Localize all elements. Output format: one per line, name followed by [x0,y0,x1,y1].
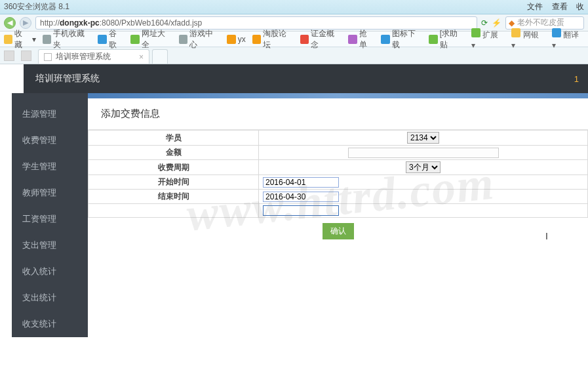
menu-view[interactable]: 查看 [552,2,568,11]
url-input[interactable]: http://dongxk-pc:8080/PxbWeb1604/xfadd.j… [35,16,477,30]
bank-icon [511,28,520,37]
restore-tab-icon[interactable] [21,51,31,61]
label-cycle: 收费周期 [88,160,259,175]
extensions-button[interactable]: 扩展 ▾ [471,28,503,50]
student-select[interactable]: 2134 [407,132,439,144]
submit-row: 确认 [88,218,588,245]
browser-menu: 文件 查看 收 [520,1,584,12]
app-viewport: 培训班管理系统 1 生源管理 收费管理 学生管理 教师管理 工资管理 支出管理 … [0,64,588,368]
url-path: :8080/PxbWeb1604/xfadd.jsp [100,18,203,28]
sidebar: 生源管理 收费管理 学生管理 教师管理 工资管理 支出管理 收入统计 支出统计 … [12,93,88,337]
sidebar-item-expense-stat[interactable]: 支出统计 [12,285,88,311]
forward-button[interactable]: ▶ [20,17,31,29]
notification-badge[interactable]: 1 [574,74,579,84]
bookmark-item[interactable]: 证金概念 [300,28,342,51]
app-header: 培训班管理系统 1 [24,64,588,93]
sidebar-item-income-stat[interactable]: 收入统计 [12,258,88,285]
sidebar-item-fee[interactable]: 收费管理 [12,127,88,153]
cycle-select[interactable]: 3个月 [406,161,441,173]
extra-input[interactable] [263,205,339,216]
refresh-icon[interactable]: ⟳ [481,18,488,28]
main-panel: 添加交费信息 www.httrd.com 学员 2134 金额 [88,93,588,337]
sidebar-item-student[interactable]: 学生管理 [12,153,88,180]
banner-stripe [88,93,588,98]
link-icon [227,35,236,44]
grab-icon [348,35,357,44]
back-button[interactable]: ◀ [4,17,16,29]
page-title: 添加交费信息 [88,98,588,130]
app-title: 培训班管理系统 [35,73,100,85]
extension-icon [471,28,480,37]
game-icon [179,35,188,44]
sidebar-item-salary[interactable]: 工资管理 [12,206,88,232]
translate-icon [552,28,561,37]
url-host: dongxk-pc [60,18,100,28]
help-icon [429,35,438,44]
finance-icon [300,35,309,44]
lightning-icon[interactable]: ⚡ [492,18,501,28]
browser-title-bar: 360安全浏览器 8.1 文件 查看 收 [0,0,588,14]
sidebar-item-source[interactable]: 生源管理 [12,101,88,127]
sidebar-item-balance-stat[interactable]: 收支统计 [12,311,88,337]
label-start-time: 开始时间 [88,175,259,190]
url-protocol: http:// [40,18,60,28]
home-tab-icon[interactable] [4,51,14,61]
tab-title: 培训班管理系统 [56,51,111,62]
amount-input[interactable] [348,148,499,158]
end-date-input[interactable] [263,192,339,202]
browser-tab[interactable]: 培训班管理系统 × [38,49,149,64]
start-date-input[interactable] [263,177,339,188]
star-icon [4,35,12,44]
address-bar-right: ⟳ ⚡ [481,18,501,28]
bookmark-item[interactable]: 游戏中心 [179,28,220,51]
download-icon [381,35,390,44]
favorites-button[interactable]: 收藏 ▾ [4,28,36,51]
label-amount: 金额 [88,146,259,160]
bookmark-item[interactable]: 抢单 [348,28,374,51]
bookmark-item[interactable]: 网址大全 [130,28,172,51]
translate-button[interactable]: 翻译 ▾ [552,28,584,50]
bookmark-bar: 收藏 ▾ 手机收藏夹 谷歌 网址大全 游戏中心 yx 淘股论坛 证金概念 抢单 … [0,31,588,47]
google-icon [98,35,107,44]
search-placeholder: 老外不吃皮蛋 [517,17,564,28]
bookmark-item[interactable]: [求助贴 [429,28,465,51]
bookmark-item[interactable]: yx [227,35,246,44]
bookmark-item[interactable]: 谷歌 [98,28,124,51]
sidebar-item-expense[interactable]: 支出管理 [12,232,88,258]
bookmark-item[interactable]: 手机收藏夹 [43,28,92,51]
sidebar-item-teacher[interactable]: 教师管理 [12,180,88,206]
close-tab-icon[interactable]: × [139,52,144,62]
label-extra [88,204,259,218]
payment-form-table: 学员 2134 金额 收费周期 [88,130,588,218]
browser-title: 360安全浏览器 8.1 [4,1,69,12]
browser-search-input[interactable]: ◆ 老外不吃皮蛋 [505,16,584,30]
bank-button[interactable]: 网银 ▾ [511,28,543,50]
search-engine-icon: ◆ [509,18,515,28]
phone-icon [43,35,52,44]
page-icon [44,53,52,61]
confirm-button[interactable]: 确认 [323,223,354,239]
label-end-time: 结束时间 [88,190,259,204]
menu-file[interactable]: 文件 [527,2,543,11]
forum-icon [252,35,262,44]
label-student: 学员 [88,131,259,146]
menu-favorites[interactable]: 收 [576,2,584,11]
bookmark-item[interactable]: 淘股论坛 [252,28,294,51]
bookmark-item[interactable]: 图标下载 [381,28,422,51]
new-tab-button[interactable] [152,49,168,64]
globe-icon [130,35,140,44]
